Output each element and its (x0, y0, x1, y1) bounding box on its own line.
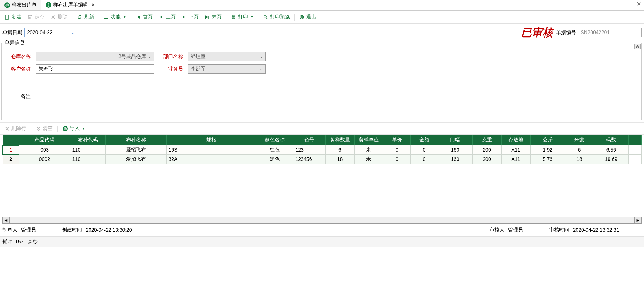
cell[interactable]: 123456 (293, 155, 325, 164)
cell[interactable]: 0 (383, 145, 411, 155)
column-header[interactable]: 颜色名称 (256, 135, 293, 145)
cell[interactable]: 5.76 (530, 155, 565, 164)
cell[interactable]: 160 (438, 145, 473, 155)
column-header[interactable]: 门幅 (438, 135, 473, 145)
column-header[interactable]: 剪样单位 (354, 135, 383, 145)
import-button[interactable]: 导入 ▼ (61, 125, 87, 132)
print-preview-button[interactable]: 打印预览 (260, 12, 292, 21)
cell[interactable]: 200 (472, 145, 501, 155)
clear-button: 清空 (34, 125, 54, 132)
date-input[interactable]: 2020-04-22 ⌄ (24, 28, 77, 37)
next-page-button[interactable]: 下页 (179, 12, 201, 21)
new-icon (4, 14, 10, 20)
delete-icon (5, 126, 9, 131)
date-label: 单据日期 (2, 30, 22, 36)
new-button[interactable]: 新建 (2, 12, 24, 21)
data-table[interactable]: 产品代码布种代码布种名称规格颜色名称色号剪样数量剪样单位单价金额门幅克重存放地公… (2, 135, 642, 164)
dept-input[interactable]: 经理室 ⌄ (188, 52, 266, 61)
warehouse-input[interactable]: 2号成品仓库 ⌄ (36, 52, 154, 61)
list-icon (103, 14, 109, 20)
column-header[interactable]: 布种名称 (106, 135, 167, 145)
cell[interactable]: 1.92 (530, 145, 565, 155)
horizontal-scrollbar[interactable]: ◄ ► (2, 217, 642, 224)
cell[interactable]: 16S (167, 145, 256, 155)
data-table-wrap: 产品代码布种代码布种名称规格颜色名称色号剪样数量剪样单位单价金额门幅克重存放地公… (2, 135, 642, 217)
first-page-button[interactable]: 首页 (133, 12, 155, 21)
cell[interactable]: 米 (354, 155, 383, 164)
row-number[interactable]: 2 (3, 155, 19, 164)
elapsed-value: 1531 毫秒 (15, 239, 38, 244)
cell[interactable]: 160 (438, 155, 473, 164)
docno-input[interactable]: SN20042201 (578, 28, 642, 37)
column-header[interactable]: 公斤 (530, 135, 565, 145)
table-row[interactable]: 1003110爱招飞布16S红色1236米00160200A111.9266.5… (3, 145, 642, 155)
cell[interactable]: 19.69 (594, 155, 629, 164)
exit-button[interactable]: 退出 (297, 12, 319, 21)
spare-cell (628, 155, 641, 164)
cell[interactable]: A11 (501, 145, 530, 155)
clear-icon (36, 126, 41, 131)
column-header[interactable]: 单价 (383, 135, 411, 145)
notes-textarea[interactable] (36, 78, 247, 115)
collapse-button[interactable] (634, 44, 641, 49)
svg-rect-6 (29, 17, 31, 19)
customer-input[interactable]: 朱鸿飞 ⌄ (36, 64, 154, 74)
chevron-down-icon: ⌄ (148, 54, 151, 59)
scroll-right-icon[interactable]: ► (634, 217, 641, 223)
tab-strip: 样布出库单 样布出库单编辑 × × (0, 0, 644, 11)
prev-page-button[interactable]: 上页 (156, 12, 178, 21)
cell[interactable]: 0 (411, 155, 438, 164)
cell[interactable]: 32A (167, 155, 256, 164)
close-icon[interactable]: × (92, 2, 94, 8)
cell[interactable]: 爱招飞布 (106, 145, 167, 155)
cell[interactable]: 6 (565, 145, 594, 155)
cell[interactable]: 米 (354, 145, 383, 155)
globe-icon (46, 2, 51, 8)
creator-label: 制单人 (2, 227, 17, 233)
svg-line-16 (266, 18, 267, 19)
cell[interactable]: 0 (383, 155, 411, 164)
column-header[interactable]: 布种代码 (70, 135, 106, 145)
tab-sample-out-list[interactable]: 样布出库单 (0, 0, 41, 10)
function-button[interactable]: 功能 ▼ (101, 12, 129, 21)
column-header[interactable]: 金额 (411, 135, 438, 145)
spare-header (628, 135, 641, 145)
cell[interactable]: 200 (472, 155, 501, 164)
cell[interactable]: 003 (19, 145, 70, 155)
delete-icon (50, 14, 56, 20)
cell[interactable]: 0 (411, 145, 438, 155)
audit-stamp: 已审核 (521, 25, 553, 40)
scroll-left-icon[interactable]: ◄ (3, 217, 10, 223)
tab-sample-out-edit[interactable]: 样布出库单编辑 × (41, 0, 99, 10)
column-header[interactable]: 克重 (472, 135, 501, 145)
cell[interactable]: 6 (325, 145, 354, 155)
cell[interactable]: 6.56 (594, 145, 629, 155)
column-header[interactable]: 产品代码 (19, 135, 70, 145)
table-row[interactable]: 20002110爱招飞布32A黑色12345618米00160200A115.7… (3, 155, 642, 164)
row-number[interactable]: 1 (3, 145, 19, 155)
column-header[interactable]: 规格 (167, 135, 256, 145)
column-header[interactable]: 米数 (565, 135, 594, 145)
cell[interactable]: 123 (293, 145, 325, 155)
close-all-icon[interactable]: × (637, 0, 641, 8)
cell[interactable]: 黑色 (256, 155, 293, 164)
form-fieldset: 单据信息 仓库名称 2号成品仓库 ⌄ 部门名称 经理室 ⌄ 客户名称 朱鸿飞 ⌄… (1, 43, 642, 120)
column-header[interactable]: 色号 (293, 135, 325, 145)
column-header[interactable]: 存放地 (501, 135, 530, 145)
print-button[interactable]: 打印 ▼ (228, 12, 256, 21)
cell[interactable]: 爱招飞布 (106, 155, 167, 164)
cell[interactable]: 110 (70, 155, 106, 164)
grid-toolbar: 删除行 清空 导入 ▼ (0, 122, 644, 135)
cell[interactable]: 110 (70, 145, 106, 155)
chevron-down-icon: ▼ (251, 15, 254, 19)
salesman-input[interactable]: 李延军 ⌄ (188, 64, 266, 74)
cell[interactable]: 18 (325, 155, 354, 164)
cell[interactable]: 0002 (19, 155, 70, 164)
column-header[interactable]: 剪样数量 (325, 135, 354, 145)
column-header[interactable]: 码数 (594, 135, 629, 145)
refresh-button[interactable]: 刷新 (74, 12, 97, 21)
cell[interactable]: 红色 (256, 145, 293, 155)
cell[interactable]: 18 (565, 155, 594, 164)
last-page-button[interactable]: 末页 (202, 12, 224, 21)
cell[interactable]: A11 (501, 155, 530, 164)
